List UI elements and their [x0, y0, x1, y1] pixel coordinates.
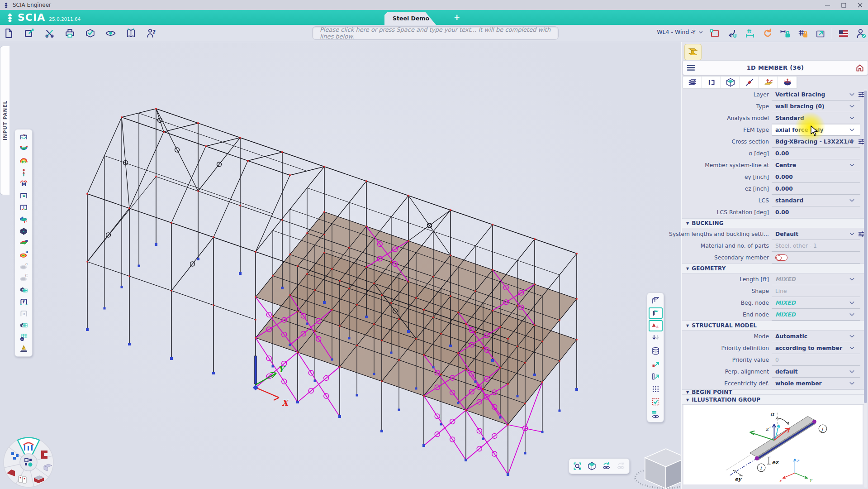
property-value[interactable]: Vertical Bracing: [775, 89, 848, 101]
panel-home-button[interactable]: [852, 63, 868, 72]
section-i-icon[interactable]: I: [702, 77, 721, 88]
view-eye-icon[interactable]: [104, 26, 117, 40]
hub-node-icon[interactable]: [778, 77, 797, 88]
structure-model[interactable]: YX: [0, 42, 681, 489]
dropdown-chevron-icon[interactable]: [849, 276, 856, 283]
property-value[interactable]: MIXED: [775, 297, 848, 309]
dropdown-chevron-icon[interactable]: [849, 311, 856, 319]
slab-moment-icon[interactable]: m: [17, 237, 31, 249]
member-arrow-icon[interactable]: [649, 371, 663, 382]
user-account-icon[interactable]: [855, 27, 868, 40]
expand-view-icon[interactable]: [814, 27, 827, 40]
layers-icon[interactable]: [683, 77, 702, 88]
property-value[interactable]: 0.00: [775, 148, 848, 159]
table-remove-icon[interactable]: [17, 331, 31, 343]
dropdown-chevron-icon[interactable]: [849, 126, 856, 134]
section-header-geometry[interactable]: ▼GEOMETRY: [682, 264, 864, 273]
view-cube-icon[interactable]: [585, 460, 598, 472]
award-icon[interactable]: [17, 343, 31, 355]
reactions-icon[interactable]: [17, 167, 31, 178]
dropdown-chevron-icon[interactable]: [849, 299, 856, 307]
property-value[interactable]: 0.000: [775, 171, 848, 183]
property-value[interactable]: 0.000: [775, 183, 848, 195]
section-header-structural-model[interactable]: ▼STRUCTURAL MODEL: [682, 321, 864, 331]
section-header-illustration-group[interactable]: ▼ILLUSTRATION GROUP: [682, 395, 864, 405]
approve-icon[interactable]: [83, 26, 97, 40]
property-value[interactable]: MIXED: [775, 309, 848, 321]
minimize-button[interactable]: [819, 0, 835, 10]
input-panel-tab[interactable]: INPUT PANEL: [0, 46, 9, 195]
deck-results-icon[interactable]: [17, 214, 31, 225]
units-ft-icon[interactable]: ft: [744, 27, 756, 40]
selection-check-icon[interactable]: [649, 396, 663, 408]
load-case-dropdown[interactable]: WL4 - Wind -Y: [645, 29, 703, 35]
selection-rectangle-icon[interactable]: [708, 27, 721, 40]
load-db-icon[interactable]: [649, 345, 663, 357]
loads-view-icon[interactable]: [649, 333, 663, 344]
us-flag-icon[interactable]: [837, 27, 850, 40]
results-table-icon[interactable]: [17, 284, 31, 296]
workstation-wheel-icon[interactable]: [2, 436, 55, 489]
panel-scrollbar[interactable]: [864, 89, 867, 488]
stress-sigma-icon[interactable]: σ: [17, 155, 31, 166]
dropdown-chevron-icon[interactable]: [849, 345, 856, 352]
grid-lock-icon[interactable]: [797, 27, 809, 40]
hide-view-icon[interactable]: [614, 460, 627, 472]
refresh-icon[interactable]: [761, 27, 774, 40]
command-input[interactable]: Please click here or press Space and typ…: [312, 26, 559, 40]
secondary-member-toggle[interactable]: [775, 252, 848, 264]
frame-displacement-icon[interactable]: u: [17, 131, 31, 143]
slab-stress-icon[interactable]: σ: [17, 261, 31, 272]
concrete-check-icon[interactable]: C: [17, 273, 31, 284]
property-value[interactable]: standard: [775, 195, 848, 206]
property-value[interactable]: 0: [775, 354, 848, 366]
deformed-shape-icon[interactable]: U: [17, 143, 31, 154]
dropdown-chevron-icon[interactable]: [849, 115, 856, 122]
new-project-icon[interactable]: [2, 26, 15, 40]
wheel-center-button[interactable]: [20, 454, 37, 471]
property-value[interactable]: MIXED: [775, 273, 848, 285]
3d-viewport[interactable]: YX INPUT PANEL uUσMumuσCfα: [0, 42, 681, 489]
dropdown-chevron-icon[interactable]: [849, 103, 856, 110]
edit-icon[interactable]: [22, 26, 36, 40]
support-slab-icon[interactable]: [759, 77, 778, 88]
undo-ucs-icon[interactable]: U: [726, 27, 739, 40]
property-value[interactable]: 0.00: [775, 206, 848, 218]
property-value[interactable]: Default: [775, 228, 848, 240]
dropdown-chevron-icon[interactable]: [849, 380, 856, 388]
section-header-begin-point[interactable]: ▼BEGIN POINT: [682, 389, 864, 395]
property-value[interactable]: Automatic: [775, 331, 848, 342]
local-axes-icon[interactable]: [17, 202, 31, 213]
new-tab-button[interactable]: +: [454, 13, 460, 22]
render-box-icon[interactable]: [721, 77, 740, 88]
property-value[interactable]: according to member: [775, 342, 848, 354]
property-value[interactable]: whole member: [775, 378, 848, 389]
dropdown-chevron-icon[interactable]: [849, 368, 856, 376]
alpha-check-icon[interactable]: α: [17, 308, 31, 319]
node-arrow-icon[interactable]: [649, 358, 663, 369]
dropdown-chevron-icon[interactable]: [849, 333, 856, 340]
table-copy-icon[interactable]: [17, 320, 31, 331]
zoom-selection-icon[interactable]: [571, 460, 584, 472]
help-icon[interactable]: ?: [144, 26, 158, 40]
dimension-lock-icon[interactable]: [779, 27, 792, 40]
supports-view-icon[interactable]: [649, 320, 663, 331]
tools-icon[interactable]: [43, 26, 56, 40]
dropdown-chevron-icon[interactable]: [849, 162, 856, 169]
property-value[interactable]: Line: [775, 285, 848, 297]
project-tab[interactable]: Steel Demo: [384, 12, 436, 25]
property-value[interactable]: wall bracing (0): [775, 101, 848, 112]
member-node-icon[interactable]: [740, 77, 759, 88]
property-value[interactable]: Steel, other - 1: [775, 240, 848, 252]
property-value[interactable]: Bdg-XBracing - L3X2X1/4: [775, 136, 848, 148]
close-button[interactable]: [852, 0, 868, 10]
grid-dots-icon[interactable]: [649, 384, 663, 395]
print-icon[interactable]: [63, 26, 76, 40]
property-value[interactable]: Centre: [775, 159, 848, 171]
library-icon[interactable]: [124, 26, 138, 40]
dropdown-chevron-icon[interactable]: [849, 230, 856, 238]
wireframe-view-icon[interactable]: [649, 295, 663, 306]
solid-box-icon[interactable]: [17, 225, 31, 237]
panel-tab-1d-member[interactable]: [684, 44, 702, 60]
scrollbar-thumb[interactable]: [864, 91, 867, 403]
